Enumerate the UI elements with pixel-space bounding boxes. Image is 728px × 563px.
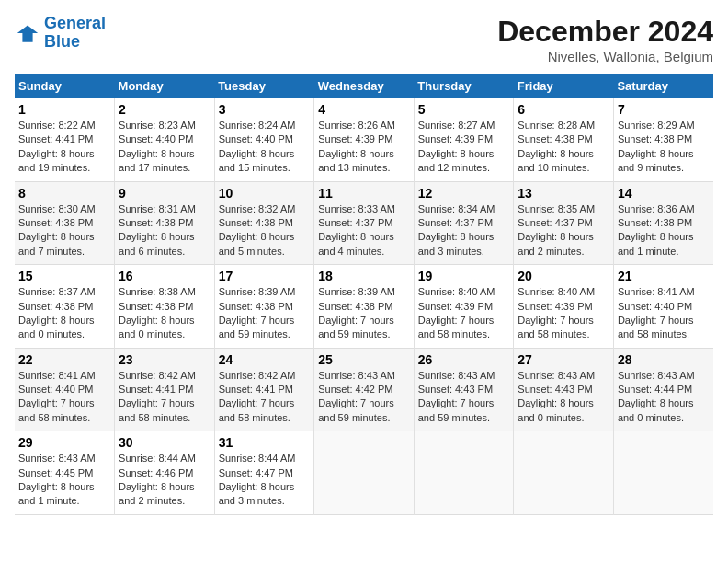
day-info-17: Sunrise: 8:39 AMSunset: 4:38 PMDaylight:… [219, 286, 296, 339]
day-info-12: Sunrise: 8:34 AMSunset: 4:37 PMDaylight:… [418, 203, 495, 257]
day-info-29: Sunrise: 8:43 AMSunset: 4:45 PMDaylight:… [18, 453, 96, 506]
calendar-cell: 29Sunrise: 8:43 AMSunset: 4:45 PMDayligh… [15, 431, 115, 515]
weekday-header-friday: Friday [514, 74, 614, 98]
day-info-19: Sunrise: 8:40 AMSunset: 4:39 PMDaylight:… [418, 286, 495, 339]
day-number-7: 7 [618, 102, 710, 117]
calendar-cell: 10Sunrise: 8:32 AMSunset: 4:38 PMDayligh… [214, 181, 314, 265]
day-info-25: Sunrise: 8:43 AMSunset: 4:42 PMDaylight:… [318, 370, 395, 423]
header: General Blue December 2024 Nivelles, Wal… [15, 15, 713, 64]
weekday-header-tuesday: Tuesday [214, 74, 314, 98]
calendar-cell: 17Sunrise: 8:39 AMSunset: 4:38 PMDayligh… [214, 265, 314, 349]
day-number-31: 31 [219, 435, 311, 450]
day-number-9: 9 [119, 186, 210, 201]
calendar-cell: 24Sunrise: 8:42 AMSunset: 4:41 PMDayligh… [214, 348, 314, 431]
day-number-11: 11 [318, 186, 410, 201]
calendar-cell: 30Sunrise: 8:44 AMSunset: 4:46 PMDayligh… [115, 431, 215, 515]
calendar-cell: 7Sunrise: 8:29 AMSunset: 4:38 PMDaylight… [613, 98, 713, 181]
calendar-week-row: 22Sunrise: 8:41 AMSunset: 4:40 PMDayligh… [15, 348, 713, 431]
day-info-14: Sunrise: 8:36 AMSunset: 4:38 PMDaylight:… [618, 203, 695, 257]
day-info-5: Sunrise: 8:27 AMSunset: 4:39 PMDaylight:… [418, 120, 495, 173]
calendar-cell: 6Sunrise: 8:28 AMSunset: 4:38 PMDaylight… [514, 98, 614, 181]
day-number-26: 26 [418, 352, 510, 367]
calendar-cell: 18Sunrise: 8:39 AMSunset: 4:38 PMDayligh… [314, 265, 415, 349]
calendar-cell: 28Sunrise: 8:43 AMSunset: 4:44 PMDayligh… [613, 348, 713, 431]
calendar-cell [613, 431, 713, 515]
calendar-cell: 11Sunrise: 8:33 AMSunset: 4:37 PMDayligh… [314, 181, 415, 265]
calendar-cell: 12Sunrise: 8:34 AMSunset: 4:37 PMDayligh… [414, 181, 514, 265]
calendar-week-row: 1Sunrise: 8:22 AMSunset: 4:41 PMDaylight… [15, 98, 713, 181]
calendar-cell: 5Sunrise: 8:27 AMSunset: 4:39 PMDaylight… [414, 98, 514, 181]
calendar-week-row: 29Sunrise: 8:43 AMSunset: 4:45 PMDayligh… [15, 431, 713, 515]
day-number-12: 12 [418, 186, 510, 201]
day-info-1: Sunrise: 8:22 AMSunset: 4:41 PMDaylight:… [18, 120, 96, 173]
day-number-1: 1 [18, 102, 110, 117]
calendar-cell: 1Sunrise: 8:22 AMSunset: 4:41 PMDaylight… [15, 98, 115, 181]
calendar-cell: 2Sunrise: 8:23 AMSunset: 4:40 PMDaylight… [115, 98, 215, 181]
day-number-17: 17 [219, 269, 311, 283]
logo-icon [15, 20, 40, 46]
weekday-header-row: SundayMondayTuesdayWednesdayThursdayFrid… [15, 74, 713, 98]
calendar-cell: 19Sunrise: 8:40 AMSunset: 4:39 PMDayligh… [414, 265, 514, 349]
day-number-29: 29 [18, 435, 110, 450]
day-info-3: Sunrise: 8:24 AMSunset: 4:40 PMDaylight:… [219, 120, 296, 173]
calendar-cell: 3Sunrise: 8:24 AMSunset: 4:40 PMDaylight… [214, 98, 314, 181]
day-number-3: 3 [219, 102, 311, 117]
weekday-header-wednesday: Wednesday [314, 74, 415, 98]
calendar-cell: 13Sunrise: 8:35 AMSunset: 4:37 PMDayligh… [514, 181, 614, 265]
main-title: December 2024 [497, 15, 713, 49]
weekday-header-monday: Monday [115, 74, 215, 98]
day-number-16: 16 [119, 269, 210, 283]
day-info-21: Sunrise: 8:41 AMSunset: 4:40 PMDaylight:… [618, 286, 695, 339]
day-number-8: 8 [18, 186, 110, 201]
day-info-15: Sunrise: 8:37 AMSunset: 4:38 PMDaylight:… [18, 286, 96, 339]
calendar-cell: 31Sunrise: 8:44 AMSunset: 4:47 PMDayligh… [214, 431, 314, 515]
day-info-4: Sunrise: 8:26 AMSunset: 4:39 PMDaylight:… [318, 120, 395, 173]
day-number-27: 27 [518, 352, 609, 367]
calendar-week-row: 15Sunrise: 8:37 AMSunset: 4:38 PMDayligh… [15, 265, 713, 349]
day-number-30: 30 [119, 435, 210, 450]
weekday-header-sunday: Sunday [15, 74, 115, 98]
day-info-18: Sunrise: 8:39 AMSunset: 4:38 PMDaylight:… [318, 286, 395, 339]
logo-general: General [44, 14, 106, 32]
day-info-28: Sunrise: 8:43 AMSunset: 4:44 PMDaylight:… [618, 370, 695, 423]
day-number-23: 23 [119, 352, 210, 367]
day-number-2: 2 [119, 102, 210, 117]
day-info-8: Sunrise: 8:30 AMSunset: 4:38 PMDaylight:… [18, 203, 96, 257]
day-number-20: 20 [518, 269, 609, 283]
day-info-22: Sunrise: 8:41 AMSunset: 4:40 PMDaylight:… [18, 370, 96, 423]
day-number-28: 28 [618, 352, 710, 367]
weekday-header-thursday: Thursday [414, 74, 514, 98]
weekday-header-saturday: Saturday [613, 74, 713, 98]
day-number-4: 4 [318, 102, 410, 117]
calendar-cell [414, 431, 514, 515]
calendar-cell [314, 431, 415, 515]
day-info-9: Sunrise: 8:31 AMSunset: 4:38 PMDaylight:… [119, 203, 196, 257]
day-number-18: 18 [318, 269, 410, 283]
calendar-week-row: 8Sunrise: 8:30 AMSunset: 4:38 PMDaylight… [15, 181, 713, 265]
day-info-30: Sunrise: 8:44 AMSunset: 4:46 PMDaylight:… [119, 453, 196, 506]
calendar-cell [514, 431, 614, 515]
day-number-13: 13 [518, 186, 609, 201]
subtitle: Nivelles, Wallonia, Belgium [497, 49, 713, 64]
calendar-cell: 26Sunrise: 8:43 AMSunset: 4:43 PMDayligh… [414, 348, 514, 431]
day-number-22: 22 [18, 352, 110, 367]
day-info-6: Sunrise: 8:28 AMSunset: 4:38 PMDaylight:… [518, 120, 595, 173]
calendar-cell: 15Sunrise: 8:37 AMSunset: 4:38 PMDayligh… [15, 265, 115, 349]
calendar-cell: 25Sunrise: 8:43 AMSunset: 4:42 PMDayligh… [314, 348, 415, 431]
day-info-23: Sunrise: 8:42 AMSunset: 4:41 PMDaylight:… [119, 370, 196, 423]
day-number-24: 24 [219, 352, 311, 367]
day-info-2: Sunrise: 8:23 AMSunset: 4:40 PMDaylight:… [119, 120, 196, 173]
day-number-6: 6 [518, 102, 609, 117]
calendar-cell: 14Sunrise: 8:36 AMSunset: 4:38 PMDayligh… [613, 181, 713, 265]
day-info-20: Sunrise: 8:40 AMSunset: 4:39 PMDaylight:… [518, 286, 595, 339]
day-info-10: Sunrise: 8:32 AMSunset: 4:38 PMDaylight:… [219, 203, 296, 257]
logo-blue: Blue [44, 32, 80, 51]
day-info-26: Sunrise: 8:43 AMSunset: 4:43 PMDaylight:… [418, 370, 495, 423]
day-info-7: Sunrise: 8:29 AMSunset: 4:38 PMDaylight:… [618, 120, 695, 173]
calendar-cell: 21Sunrise: 8:41 AMSunset: 4:40 PMDayligh… [613, 265, 713, 349]
day-info-31: Sunrise: 8:44 AMSunset: 4:47 PMDaylight:… [219, 453, 296, 506]
calendar-cell: 27Sunrise: 8:43 AMSunset: 4:43 PMDayligh… [514, 348, 614, 431]
calendar-cell: 8Sunrise: 8:30 AMSunset: 4:38 PMDaylight… [15, 181, 115, 265]
calendar-cell: 23Sunrise: 8:42 AMSunset: 4:41 PMDayligh… [115, 348, 215, 431]
day-number-21: 21 [618, 269, 710, 283]
